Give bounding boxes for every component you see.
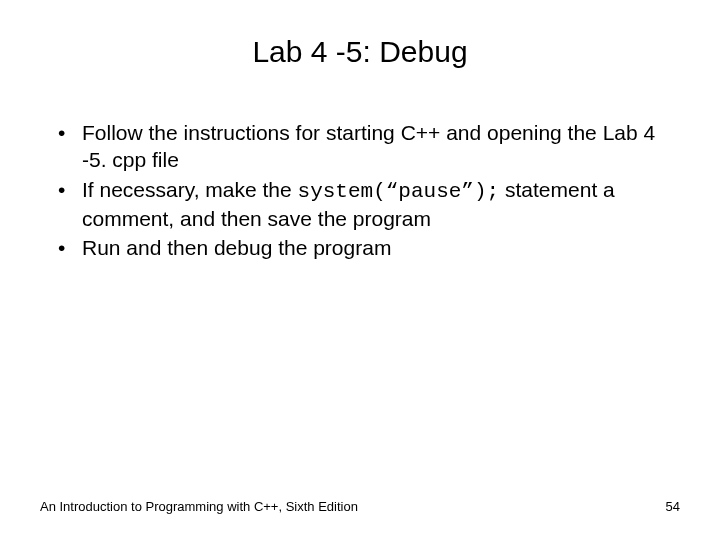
list-item: If necessary, make the system(“pause”); … xyxy=(40,176,680,233)
list-item: Follow the instructions for starting C++… xyxy=(40,119,680,174)
bullet-text: Run and then debug the program xyxy=(82,236,391,259)
slide-footer: An Introduction to Programming with C++,… xyxy=(40,499,680,520)
footer-book-title: An Introduction to Programming with C++,… xyxy=(40,499,358,514)
footer-page-number: 54 xyxy=(666,499,680,514)
slide-title: Lab 4 -5: Debug xyxy=(40,35,680,69)
bullet-text: Follow the instructions for starting C++… xyxy=(82,121,655,171)
slide-content: Follow the instructions for starting C++… xyxy=(40,119,680,499)
bullet-code: system(“pause”); xyxy=(298,180,500,203)
bullet-list: Follow the instructions for starting C++… xyxy=(40,119,680,261)
slide: Lab 4 -5: Debug Follow the instructions … xyxy=(0,0,720,540)
bullet-text-prefix: If necessary, make the xyxy=(82,178,298,201)
list-item: Run and then debug the program xyxy=(40,234,680,261)
